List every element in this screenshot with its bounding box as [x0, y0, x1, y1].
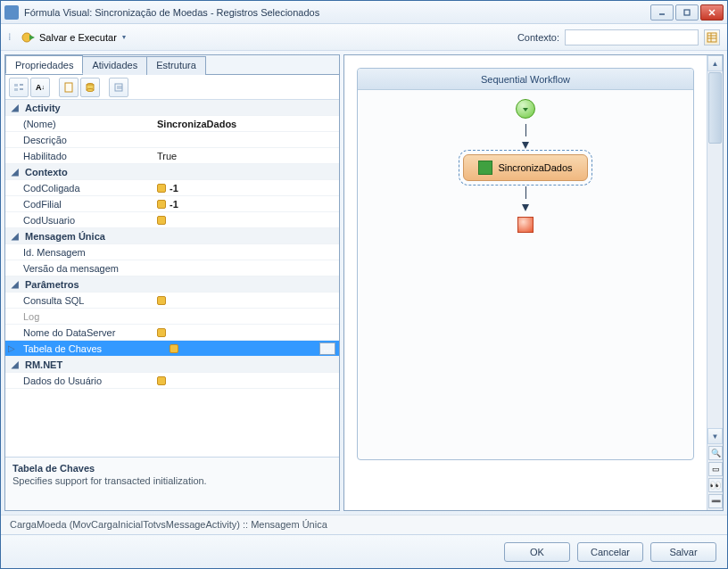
context-grid-icon[interactable] [704, 29, 720, 45]
bind-pill-icon [157, 376, 166, 385]
category-activity: Activity [21, 103, 61, 113]
maximize-button[interactable] [675, 4, 699, 21]
property-toolbar: A↓ [5, 75, 339, 100]
workflow-title: Sequential Workflow [358, 69, 693, 90]
category-rmnet: RM.NET [21, 359, 62, 370]
svg-rect-10 [14, 84, 18, 87]
save-button[interactable]: Salvar [650, 542, 716, 562]
workflow-end-icon[interactable] [517, 217, 534, 233]
gear-play-icon [21, 30, 36, 45]
svg-rect-6 [707, 33, 716, 42]
expand-right-icon[interactable]: ▷ [5, 343, 18, 353]
expand-icon[interactable]: ◢ [9, 167, 21, 177]
scroll-thumb[interactable] [708, 72, 722, 144]
scroll-up-icon[interactable]: ▲ [707, 55, 723, 71]
workflow-container[interactable]: Sequential Workflow SincronizaDados [357, 68, 694, 460]
binoculars-icon[interactable]: 👀 [708, 478, 723, 492]
workflow-canvas[interactable]: Sequential Workflow SincronizaDados [344, 55, 707, 510]
app-window: Fórmula Visual: Sincronização de Moedas … [0, 0, 728, 569]
cancel-button[interactable]: Cancelar [577, 542, 643, 562]
prop-codusuario-key: CodUsuario [5, 215, 157, 226]
prop-dadosusuario-key: Dados do Usuário [5, 375, 157, 386]
zoom-fit-icon[interactable]: ▭ [708, 462, 723, 476]
vertical-scrollbar[interactable]: ▲ ▼ 🔍 ▭ 👀 ➖ [707, 55, 723, 510]
properties-panel: Propriedades Atividades Estrutura A↓ ◢Ac… [4, 54, 340, 511]
workflow-start-icon[interactable] [516, 99, 535, 119]
toolbar-grip-icon: ⁞ [8, 31, 12, 43]
prop-tabela-key: Tabela de Chaves [18, 343, 170, 354]
prop-dataserver-val[interactable] [157, 328, 339, 337]
arrow-down-icon [522, 204, 529, 211]
prop-consulta-val[interactable] [157, 296, 339, 305]
alphabetical-icon[interactable]: A↓ [30, 78, 50, 97]
titlebar: Fórmula Visual: Sincronização de Moedas … [1, 1, 727, 24]
save-execute-label: Salvar e Executar [39, 32, 117, 43]
prop-idmsg-key: Id. Mensagem [5, 247, 157, 258]
tab-structure[interactable]: Estrutura [146, 56, 206, 75]
bind-pill-icon [157, 200, 166, 209]
events-icon[interactable] [59, 78, 79, 97]
cylinder-icon[interactable] [80, 78, 100, 97]
tab-activities[interactable]: Atividades [82, 56, 147, 75]
svg-rect-11 [14, 88, 18, 91]
property-description: Tabela de Chaves Specifies support for t… [5, 457, 339, 510]
prop-enabled-val[interactable]: True [157, 151, 339, 161]
prop-desc-text: Specifies support for transacted initial… [12, 475, 332, 486]
connector-line [525, 186, 526, 199]
breadcrumb: CargaMoeda (MovCargaInicialTotvsMessageA… [1, 515, 727, 534]
bind-pill-icon [157, 184, 166, 193]
workflow-activity-node[interactable]: SincronizaDados [463, 154, 587, 181]
dialog-footer: OK Cancelar Salvar [1, 534, 727, 568]
svg-rect-1 [684, 10, 690, 15]
save-execute-button[interactable]: Salvar e Executar ▾ [15, 28, 132, 47]
prop-tabela-val[interactable] [170, 344, 319, 353]
expand-icon[interactable]: ◢ [9, 103, 21, 112]
zoom-in-icon[interactable]: 🔍 [708, 446, 723, 460]
property-pages-icon[interactable] [109, 78, 128, 97]
prop-dadosusuario-val[interactable] [157, 376, 339, 385]
bind-pill-icon [157, 328, 166, 337]
workflow-canvas-panel: Sequential Workflow SincronizaDados [343, 54, 724, 511]
expand-icon[interactable]: ◢ [9, 231, 21, 241]
context-field[interactable] [565, 29, 699, 45]
prop-dataserver-key: Nome do DataServer [5, 327, 157, 338]
ellipsis-button[interactable]: … [319, 342, 335, 355]
prop-name-key: (Nome) [5, 119, 157, 129]
panel-tabs: Propriedades Atividades Estrutura [5, 55, 339, 75]
prop-desc-key: Descrição [5, 135, 157, 145]
zoom-out-icon[interactable]: ➖ [708, 494, 723, 508]
svg-marker-21 [523, 108, 528, 111]
bind-pill-icon [157, 216, 166, 225]
categorized-icon[interactable] [9, 78, 29, 97]
prop-vermsg-key: Versão da mensagem [5, 263, 157, 274]
minimize-button[interactable] [650, 4, 674, 21]
scroll-down-icon[interactable]: ▼ [707, 428, 723, 444]
ok-button[interactable]: OK [504, 542, 570, 562]
tab-properties[interactable]: Propriedades [5, 55, 83, 74]
context-label: Contexto: [517, 32, 559, 43]
selected-row[interactable]: ▷Tabela de Chaves… [5, 341, 339, 357]
main-toolbar: ⁞ Salvar e Executar ▾ Contexto: [1, 24, 727, 51]
close-button[interactable] [700, 4, 724, 21]
svg-rect-14 [65, 83, 72, 92]
svg-rect-18 [115, 84, 122, 91]
activity-label: SincronizaDados [498, 162, 572, 173]
prop-codcoligada-key: CodColigada [5, 183, 157, 194]
property-grid[interactable]: ◢Activity (Nome)SincronizaDados Descriçã… [5, 100, 339, 457]
prop-desc-title: Tabela de Chaves [12, 463, 332, 474]
prop-codfilial-val[interactable]: -1 [157, 199, 339, 210]
bind-pill-icon [157, 296, 166, 305]
connector-line [525, 124, 526, 136]
prop-log-key: Log [5, 311, 157, 322]
expand-icon[interactable]: ◢ [9, 359, 21, 369]
category-context: Contexto [21, 167, 68, 177]
prop-name-val[interactable]: SincronizaDados [157, 119, 339, 129]
activity-icon [478, 161, 492, 175]
svg-point-17 [87, 88, 94, 91]
app-icon [4, 5, 19, 20]
category-msg: Mensagem Única [21, 231, 105, 242]
expand-icon[interactable]: ◢ [9, 279, 21, 289]
bind-pill-icon [170, 344, 178, 353]
prop-codusuario-val[interactable] [157, 216, 339, 225]
prop-codcoligada-val[interactable]: -1 [157, 183, 339, 194]
